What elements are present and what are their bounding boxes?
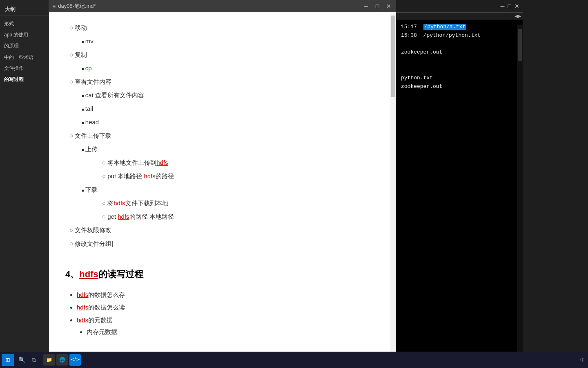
list-item: hdfs的元数据 内存元数据 — [77, 314, 380, 337]
taskbar-task-view[interactable]: ⧉ — [29, 355, 39, 365]
item-put: put 本地路径 hdfs的路径 — [102, 170, 380, 182]
sidebar-item-yuanli[interactable]: 的原理 — [0, 40, 49, 52]
list-item: 移动 mv — [65, 21, 380, 47]
taskbar-apps: 📁 🌐 ≺/≻ — [43, 354, 81, 366]
taskbar: ⊞ 🔍 ⧉ 📁 🌐 ≺/≻ 中 — [0, 352, 588, 368]
list-item: head — [69, 116, 380, 128]
term-highlight-path: /python/a.txt — [423, 24, 466, 30]
list-item: 复制 cp — [65, 48, 380, 74]
terminal-area: ─ □ ✕ ◀ ▶ 15:17 /python/a.txt 15:38 /pyt… — [396, 0, 523, 368]
taskbar-app-file[interactable]: 📁 — [43, 354, 55, 366]
close-button[interactable]: ✕ — [385, 2, 393, 10]
list-item: tail — [69, 102, 380, 115]
terminal-line — [401, 65, 518, 74]
sidebar-item-wenjian[interactable]: 文件操作 — [0, 63, 49, 74]
list-item: 文件上传下载 上传 将本地文件上传到hdfs put 本地路径 hdfs的路径 — [65, 129, 380, 223]
sidebar-title: 大纲 — [0, 3, 49, 16]
item-head: head — [82, 116, 380, 128]
item-cat: cat 查看所有文件内容 — [82, 89, 380, 101]
editor-area: ≡ day05-笔记.md* ─ □ ✕ 移动 mv — [49, 0, 396, 368]
start-button[interactable]: ⊞ — [2, 354, 14, 366]
editor-content[interactable]: 移动 mv 复制 cp 查看文件内容 — [49, 12, 396, 353]
terminal-line — [401, 40, 518, 49]
list-item: 将本地文件上传到hdfs — [82, 156, 380, 169]
terminal-line: zookeeper.out — [401, 48, 518, 57]
editor-title: day05-笔记.md* — [58, 2, 96, 10]
maximize-button[interactable]: □ — [373, 2, 381, 10]
list-item: hdfs的数据怎么存 — [77, 289, 380, 300]
list-item: mv — [69, 35, 380, 47]
link-hdfs-meta[interactable]: hdfs — [77, 316, 88, 323]
terminal-title-bar: ─ □ ✕ — [396, 0, 523, 12]
scroll-thumb — [391, 16, 395, 97]
item-upload: 上传 — [82, 143, 380, 155]
sidebar-item-app[interactable]: app 的使用 — [0, 29, 49, 40]
edge-icon: 🌐 — [59, 357, 65, 363]
link-hdfs-read[interactable]: hdfs — [77, 304, 88, 311]
list-item: 下载 将hdfs文件下载到本地 get hdfs的路径 本地路径 — [69, 183, 380, 223]
system-tray: 中 — [580, 357, 588, 363]
terminal-line: 15:38 /python/python.txt — [401, 31, 518, 40]
item-view: 查看文件内容 — [69, 75, 380, 88]
title-bar-left: ≡ day05-笔记.md* — [52, 2, 96, 10]
link-hdfs-rw[interactable]: hdfs — [79, 269, 98, 279]
right-panel: ⊞ 🔍 ⧉ 📁 🌐 ≺/≻ 中 — [523, 0, 588, 368]
section-bullet-list: hdfs的数据怎么存 hdfs的数据怎么读 hdfs的元数据 内存元数据 — [65, 289, 380, 337]
item-chgrp: 修改文件分组 — [69, 237, 380, 250]
list-item: get hdfs的路径 本地路径 — [82, 210, 380, 223]
vertical-scrollbar[interactable] — [390, 12, 396, 359]
terminal-content: 15:17 /python/a.txt 15:38 /python/python… — [396, 20, 523, 359]
term-scroll-thumb — [518, 29, 522, 61]
editor-title-bar: ≡ day05-笔记.md* ─ □ ✕ — [49, 0, 396, 12]
list-item: 将hdfs文件下载到本地 — [82, 197, 380, 209]
minimize-button[interactable]: ─ — [362, 2, 370, 10]
taskbar-app-edge[interactable]: 🌐 — [56, 354, 68, 366]
sidebar-item-xingshi[interactable]: 形式 — [0, 18, 49, 29]
terminal-scroll-arrows: ◀ ▶ — [396, 13, 523, 20]
item-move: 移动 — [69, 21, 380, 34]
list-item: hdfs的数据怎么读 — [77, 302, 380, 313]
list-item: cat 查看所有文件内容 — [69, 89, 380, 101]
list-item: 查看文件内容 cat 查看所有文件内容 tail head — [65, 75, 380, 128]
list-item: 内存元数据 — [87, 326, 380, 337]
item-chmod: 文件权限修改 — [69, 224, 380, 236]
tray-time: 中 — [580, 357, 585, 363]
item-get: get hdfs的路径 本地路径 — [102, 210, 380, 223]
list-item: 文件权限修改 — [65, 224, 380, 236]
taskbar-search[interactable]: 🔍 — [17, 355, 27, 365]
sidebar-item-shuyu[interactable]: 中的一些术语 — [0, 52, 49, 63]
item-upload-download: 文件上传下载 — [69, 129, 380, 142]
link-hdfs3[interactable]: hdfs — [114, 200, 125, 206]
taskbar-app-vscode[interactable]: ≺/≻ — [69, 354, 81, 366]
item-upload-hdfs: 将本地文件上传到hdfs — [102, 156, 380, 169]
list-item: cp — [69, 62, 380, 74]
taskview-icon: ⧉ — [32, 357, 36, 364]
list-item: 上传 将本地文件上传到hdfs put 本地路径 hdfs的路径 — [69, 143, 380, 182]
terminal-line: 15:17 /python/a.txt — [401, 23, 518, 31]
item-download-hdfs: 将hdfs文件下载到本地 — [102, 197, 380, 209]
terminal-close[interactable]: ✕ — [514, 3, 519, 9]
sidebar-item-guocheng[interactable]: 的写过程 — [0, 74, 49, 85]
term-scroll-right-icon[interactable]: ▶ — [518, 13, 521, 19]
term-scroll-left-icon[interactable]: ◀ — [514, 13, 518, 19]
sidebar: 大纲 形式 app 的使用 的原理 中的一些术语 文件操作 的写过程 — [0, 0, 49, 368]
link-hdfs4[interactable]: hdfs — [118, 213, 129, 220]
terminal-line — [401, 57, 518, 65]
folder-icon: 📁 — [46, 357, 52, 363]
section-heading: 4、hdfs的读写过程 — [65, 266, 380, 283]
list-item: put 本地路径 hdfs的路径 — [82, 170, 380, 182]
item-download: 下载 — [82, 183, 380, 196]
windows-icon: ⊞ — [5, 357, 10, 363]
item-mv: mv — [82, 35, 380, 47]
term-scroll-track[interactable] — [517, 25, 523, 359]
vscode-icon: ≺/≻ — [70, 357, 80, 362]
outline-list: 移动 mv 复制 cp 查看文件内容 — [65, 21, 380, 250]
terminal-maximize[interactable]: □ — [508, 3, 511, 9]
terminal-minimize[interactable]: ─ — [501, 3, 505, 9]
item-copy: 复制 — [69, 48, 380, 61]
link-hdfs2[interactable]: hdfs — [144, 173, 155, 180]
link-hdfs1[interactable]: hdfs — [156, 159, 168, 166]
link-hdfs-store[interactable]: hdfs — [77, 291, 88, 298]
menu-icon: ≡ — [52, 3, 56, 9]
link-cp[interactable]: cp — [85, 65, 92, 72]
